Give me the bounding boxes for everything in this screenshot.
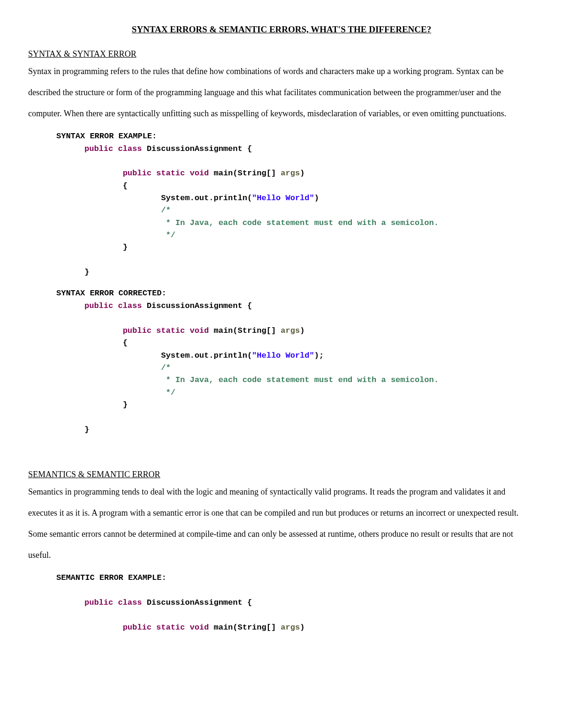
fn-main: main [213, 169, 233, 178]
type-string-c: String [238, 326, 266, 335]
println-c: println [213, 351, 247, 360]
var-args-s: args [281, 623, 300, 632]
type-string: String [238, 169, 266, 178]
kw-public2-c: public [123, 326, 152, 335]
semantic-error-code: public class DiscussionAssignment { publ… [84, 585, 535, 634]
sys: System [161, 194, 190, 203]
var-args-c: args [281, 326, 300, 335]
semantics-body: Semantics in programming tends to deal w… [28, 481, 535, 566]
syntax-heading: SYNTAX & SYNTAX ERROR [28, 48, 535, 60]
fn-main-s: main [213, 623, 233, 632]
classname-s: DiscussionAssignment [147, 598, 243, 607]
syntax-corrected-code: public class DiscussionAssignment { publ… [84, 300, 535, 436]
kw-static-c: static [156, 326, 185, 335]
kw-static: static [156, 169, 185, 178]
cmt-open-c: /* [161, 363, 170, 372]
classname: DiscussionAssignment [147, 144, 243, 153]
out-c: out [195, 351, 209, 360]
syntax-example-heading: SYNTAX ERROR EXAMPLE: [56, 131, 535, 142]
kw-class-s: class [118, 598, 142, 607]
cmt-open: /* [161, 206, 170, 215]
kw-class-c: class [118, 301, 142, 310]
cmt-line: * In Java, each code statement must end … [161, 218, 439, 227]
cmt-line-c: * In Java, each code statement must end … [161, 375, 439, 384]
page-title: SYNTAX ERRORS & SEMANTIC ERRORS, WHAT'S … [28, 23, 535, 36]
kw-static-s: static [156, 623, 185, 632]
out: out [195, 194, 209, 203]
type-string-s: String [238, 623, 266, 632]
semantics-heading: SEMANTICS & SEMANTIC ERROR [28, 469, 535, 480]
syntax-error-code: public class DiscussionAssignment { publ… [84, 143, 535, 279]
kw-void-c: void [190, 326, 209, 335]
classname-c: DiscussionAssignment [147, 301, 243, 310]
cmt-close-c: */ [161, 388, 175, 397]
str-hello: "Hello World" [252, 194, 314, 203]
kw-public2: public [123, 169, 152, 178]
kw-public2-s: public [123, 623, 152, 632]
syntax-body: Syntax in programming refers to the rule… [28, 61, 535, 124]
syntax-corrected-heading: SYNTAX ERROR CORRECTED: [56, 288, 535, 299]
str-hello-c: "Hello World" [252, 351, 314, 360]
kw-void: void [190, 169, 209, 178]
var-args: args [281, 169, 300, 178]
println: println [213, 194, 247, 203]
fn-main-c: main [213, 326, 233, 335]
semantic-example-heading: SEMANTIC ERROR EXAMPLE: [56, 572, 535, 584]
sys-c: System [161, 351, 190, 360]
kw-void-s: void [190, 623, 209, 632]
kw-public-c: public [84, 301, 113, 310]
cmt-close: */ [161, 231, 175, 240]
kw-public-s: public [84, 598, 113, 607]
kw-class: class [118, 144, 142, 153]
kw-public: public [84, 144, 113, 153]
